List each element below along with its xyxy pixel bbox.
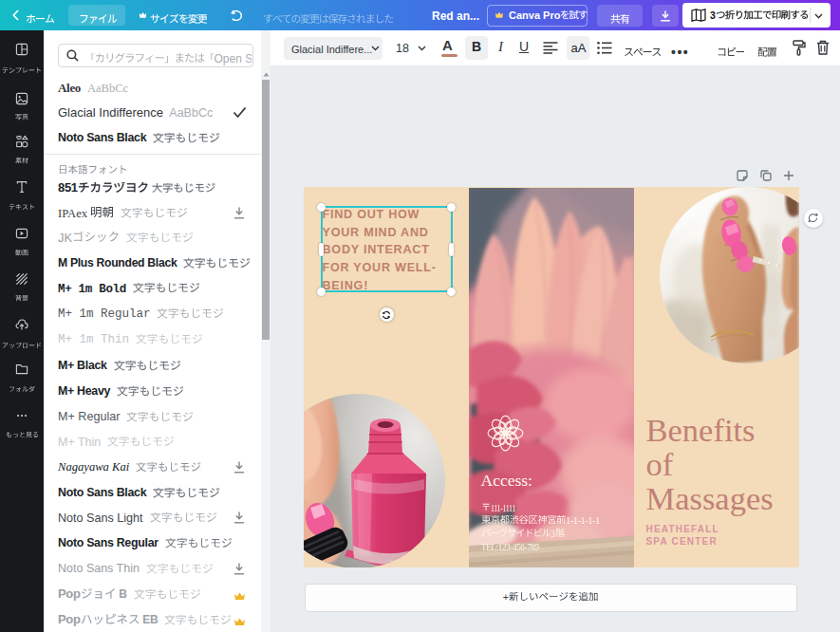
svg-text:Access:: Access:	[480, 470, 532, 489]
